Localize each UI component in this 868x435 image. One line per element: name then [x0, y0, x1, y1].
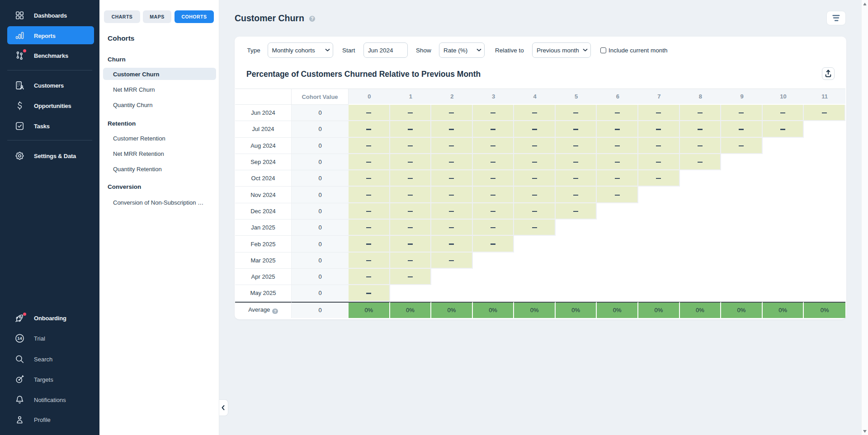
svg-text:14: 14: [17, 336, 22, 341]
